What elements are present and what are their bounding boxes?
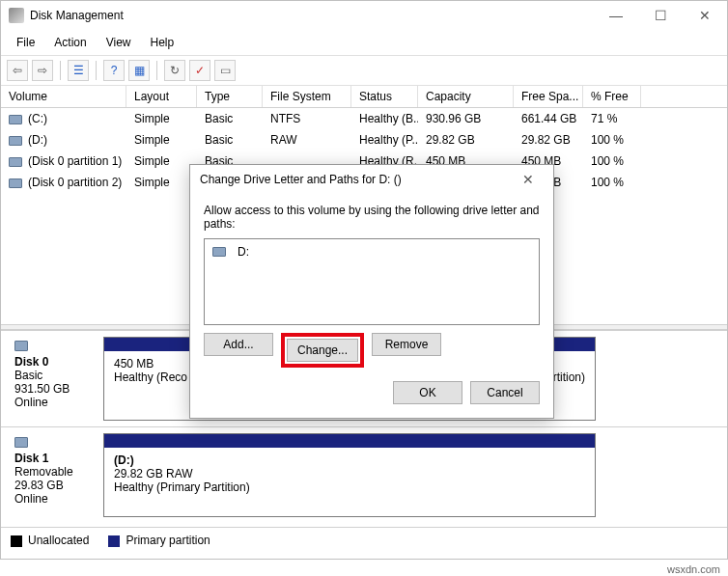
menu-help[interactable]: Help <box>141 32 184 53</box>
cell-status: Healthy (B... <box>351 108 418 129</box>
cell-layout: Simple <box>126 151 197 172</box>
minimize-button[interactable]: — <box>594 1 638 30</box>
cell-layout: Simple <box>126 172 197 193</box>
toolbar: ⇦ ⇨ ☰ ? ▦ ↻ ✓ ▭ <box>1 55 727 86</box>
menu-file[interactable]: File <box>7 32 44 53</box>
legend-unallocated: Unallocated <box>11 534 89 547</box>
cell-pfree: 100 % <box>583 129 641 151</box>
ok-button[interactable]: OK <box>393 381 462 404</box>
watermark: wsxdn.com <box>667 563 720 575</box>
dialog-close-button[interactable]: ✕ <box>509 172 547 187</box>
cell-volume: (C:) <box>28 112 47 125</box>
disk-partitions: (D:) 29.82 GB RAW Healthy (Primary Parti… <box>98 427 727 523</box>
cell-fs: RAW <box>263 129 351 151</box>
column-free[interactable]: Free Spa... <box>514 86 583 107</box>
disk-state: Online <box>14 396 48 409</box>
view-icon[interactable]: ☰ <box>68 60 89 81</box>
drive-icon <box>9 178 22 188</box>
maximize-button[interactable]: ☐ <box>638 1 683 30</box>
cell-pfree: 100 % <box>583 151 641 172</box>
separator <box>156 61 157 80</box>
column-status[interactable]: Status <box>351 86 418 107</box>
dialog-instruction: Allow access to this volume by using the… <box>204 204 540 231</box>
disk-icon <box>14 341 28 351</box>
disk-state: Online <box>14 492 48 506</box>
cancel-button[interactable]: Cancel <box>470 381 540 404</box>
disk-head[interactable]: Disk 0 Basic 931.50 GB Online <box>1 331 98 426</box>
cell-volume: (Disk 0 partition 1) <box>28 154 122 168</box>
disk-row: Disk 1 Removable 29.83 GB Online (D:) 29… <box>1 426 727 523</box>
swatch-primary-icon <box>108 535 120 547</box>
menubar: File Action View Help <box>1 30 727 55</box>
cell-volume: (D:) <box>28 133 47 147</box>
cell-layout: Simple <box>126 108 197 129</box>
partition[interactable]: (D:) 29.82 GB RAW Healthy (Primary Parti… <box>103 433 596 517</box>
back-button[interactable]: ⇦ <box>7 60 28 81</box>
list-item[interactable]: D: <box>212 245 531 259</box>
disk-head[interactable]: Disk 1 Removable 29.83 GB Online <box>1 427 98 523</box>
disk-name: Disk 1 <box>14 452 48 465</box>
cell-status: Healthy (P... <box>351 129 418 151</box>
cell-fs: NTFS <box>263 108 351 129</box>
close-button[interactable]: ✕ <box>683 1 727 30</box>
refresh-icon[interactable]: ↻ <box>164 60 185 81</box>
cell-pfree: 71 % <box>583 108 641 129</box>
column-capacity[interactable]: Capacity <box>418 86 514 107</box>
cell-free: 29.82 GB <box>514 129 583 151</box>
cell-volume: (Disk 0 partition 2) <box>28 176 122 189</box>
disk-management-icon <box>9 8 24 23</box>
legend: Unallocated Primary partition <box>1 527 727 553</box>
drive-icon <box>9 115 22 124</box>
partition-status: Healthy (Primary Partition) <box>114 480 585 494</box>
list-mode-icon[interactable]: ▭ <box>214 60 236 81</box>
table-row[interactable]: (D:) Simple Basic RAW Healthy (P... 29.8… <box>1 129 727 151</box>
dialog-title: Change Drive Letter and Paths for D: () <box>200 173 509 186</box>
menu-action[interactable]: Action <box>44 32 96 53</box>
cell-pfree: 100 % <box>583 172 641 193</box>
partition-size: 29.82 GB RAW <box>114 467 585 480</box>
forward-button[interactable]: ⇨ <box>32 60 53 81</box>
settings-icon[interactable]: ▦ <box>128 60 150 81</box>
change-drive-letter-dialog: Change Drive Letter and Paths for D: () … <box>189 164 554 419</box>
window-title: Disk Management <box>30 9 594 22</box>
drive-icon <box>212 247 226 257</box>
help-icon[interactable]: ? <box>103 60 125 81</box>
drive-letter-listbox[interactable]: D: <box>204 238 540 325</box>
partition-status: Healthy (Reco <box>114 370 187 384</box>
check-icon[interactable]: ✓ <box>189 60 210 81</box>
cell-type: Basic <box>197 108 263 129</box>
change-button[interactable]: Change... <box>287 339 358 362</box>
dialog-titlebar: Change Drive Letter and Paths for D: () … <box>190 165 553 194</box>
cell-capacity: 930.96 GB <box>418 108 514 129</box>
column-type[interactable]: Type <box>197 86 263 107</box>
table-row[interactable]: (C:) Simple Basic NTFS Healthy (B... 930… <box>1 108 727 129</box>
column-volume[interactable]: Volume <box>1 86 126 107</box>
disk-size: 931.50 GB <box>14 382 70 396</box>
menu-view[interactable]: View <box>97 32 141 53</box>
drive-icon <box>9 136 22 146</box>
disk-name: Disk 0 <box>14 355 48 369</box>
cell-layout: Simple <box>126 129 197 151</box>
cell-capacity: 29.82 GB <box>418 129 514 151</box>
drive-icon <box>9 157 22 167</box>
volume-list-header: Volume Layout Type File System Status Ca… <box>1 86 727 108</box>
change-button-highlight: Change... <box>281 333 364 368</box>
partition-title: (D:) <box>114 453 134 467</box>
disk-icon <box>14 437 28 448</box>
cell-type: Basic <box>197 129 263 151</box>
disk-kind: Basic <box>14 369 42 382</box>
separator <box>60 61 61 80</box>
list-item-label: D: <box>238 245 249 259</box>
column-layout[interactable]: Layout <box>126 86 197 107</box>
remove-button[interactable]: Remove <box>372 333 441 356</box>
swatch-unallocated-icon <box>11 535 22 547</box>
separator <box>96 61 97 80</box>
disk-kind: Removable <box>14 465 73 479</box>
add-button[interactable]: Add... <box>204 333 273 356</box>
cell-free: 661.44 GB <box>514 108 583 129</box>
legend-primary: Primary partition <box>108 534 210 547</box>
partition-color-bar <box>104 434 595 448</box>
column-fs[interactable]: File System <box>263 86 351 107</box>
column-pfree[interactable]: % Free <box>583 86 641 107</box>
disk-size: 29.83 GB <box>14 479 64 492</box>
